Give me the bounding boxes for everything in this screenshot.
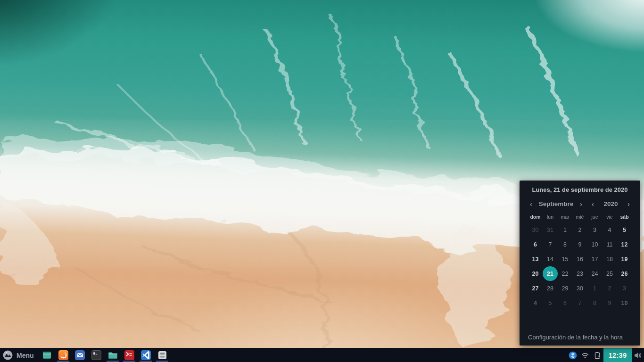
wifi-icon [581, 351, 589, 360]
calendar-day[interactable]: 2 [602, 281, 617, 296]
launcher-vscode[interactable] [138, 348, 154, 362]
month-nav: ‹ Septiembre › [529, 200, 583, 207]
month-label[interactable]: Septiembre [539, 200, 574, 207]
calendar-day[interactable]: 17 [587, 252, 603, 266]
weekday-label: jue [587, 214, 603, 220]
launcher-thunderbird[interactable] [72, 348, 88, 362]
calendar-day[interactable]: 30 [528, 222, 543, 237]
month-next-icon[interactable]: › [579, 200, 583, 207]
volume-icon [634, 351, 642, 360]
calendar-day[interactable]: 22 [558, 266, 573, 281]
network-button[interactable] [579, 348, 591, 362]
weekday-label: mié [572, 214, 587, 220]
calendar-day[interactable]: 3 [617, 281, 632, 296]
calendar-day[interactable]: 27 [528, 281, 543, 296]
launcher-strip [39, 348, 171, 362]
calendar-day[interactable]: 14 [543, 252, 558, 266]
calendar-day[interactable]: 8 [587, 296, 603, 310]
calendar-weekdays: domlunmarmiéjueviesáb [520, 214, 640, 220]
launcher-show-desktop[interactable] [39, 348, 55, 362]
mail-icon [75, 350, 85, 360]
calendar-day[interactable]: 7 [543, 237, 558, 252]
calendar-day[interactable]: 11 [602, 237, 617, 252]
calendar-day[interactable]: 9 [572, 237, 587, 252]
year-label[interactable]: 2020 [603, 200, 618, 207]
bluetooth-icon [569, 351, 577, 360]
calendar-grid: 3031123456789101112131415161718192021222… [520, 222, 640, 310]
folder-icon [108, 350, 118, 360]
month-prev-icon[interactable]: ‹ [529, 200, 533, 207]
year-next-icon[interactable]: › [627, 200, 631, 207]
clock-button[interactable]: 12:39 [603, 348, 632, 362]
system-tray: 12:39 [567, 348, 644, 362]
launcher-firefox[interactable] [55, 348, 72, 362]
distro-logo-icon [3, 350, 13, 360]
calendar-day[interactable]: 3 [587, 222, 603, 237]
calendar-day[interactable]: 6 [558, 296, 573, 310]
menu-label: Menu [17, 352, 34, 359]
menu-button[interactable]: Menu [0, 348, 39, 362]
calendar-day[interactable]: 25 [602, 266, 617, 281]
calendar-day[interactable]: 6 [528, 237, 543, 252]
launcher-stacked-bars-app[interactable] [154, 348, 171, 362]
launcher-terminal-red[interactable] [121, 348, 138, 362]
calendar-day-selected[interactable]: 21 [543, 266, 558, 281]
calendar-day[interactable]: 13 [528, 252, 543, 266]
calendar-popup: Lunes, 21 de septiembre de 2020 ‹ Septie… [520, 181, 640, 346]
calendar-day[interactable]: 2 [572, 222, 587, 237]
weekday-label: dom [528, 214, 543, 220]
weekday-label: vie [602, 214, 617, 220]
calendar-day[interactable]: 26 [617, 266, 632, 281]
calendar-day[interactable]: 31 [543, 222, 558, 237]
desktop: Lunes, 21 de septiembre de 2020 ‹ Septie… [0, 0, 644, 362]
calendar-day[interactable]: 18 [602, 252, 617, 266]
weekday-label: lun [543, 214, 558, 220]
calendar-day[interactable]: 12 [617, 237, 632, 252]
calendar-day[interactable]: 20 [528, 266, 543, 281]
calendar-day[interactable]: 4 [528, 296, 543, 310]
calendar-day[interactable]: 5 [543, 296, 558, 310]
year-nav: ‹ 2020 › [591, 200, 631, 207]
firefox-icon [58, 350, 68, 360]
calendar-day[interactable]: 8 [558, 237, 573, 252]
datetime-settings-link[interactable]: Configuración de la fecha y la hora [528, 334, 623, 341]
calendar-day[interactable]: 23 [572, 266, 587, 281]
calendar-day[interactable]: 15 [558, 252, 573, 266]
vscode-icon [141, 350, 151, 360]
calendar-day[interactable]: 5 [617, 222, 632, 237]
show-desktop-icon [42, 350, 52, 360]
taskbar: Menu [0, 348, 644, 362]
year-prev-icon[interactable]: ‹ [591, 200, 595, 207]
calendar-day[interactable]: 4 [602, 222, 617, 237]
calendar-day[interactable]: 10 [617, 296, 632, 310]
stacked-bars-app-icon [157, 350, 167, 360]
weekday-label: sáb [617, 214, 632, 220]
calendar-date-title: Lunes, 21 de septiembre de 2020 [520, 181, 640, 193]
volume-button[interactable] [632, 348, 644, 362]
calendar-day[interactable]: 28 [543, 281, 558, 296]
calendar-day[interactable]: 24 [587, 266, 603, 281]
terminal-icon [91, 350, 101, 360]
calendar-day[interactable]: 1 [558, 222, 573, 237]
battery-charging-icon [593, 351, 602, 360]
red-terminal-icon [124, 350, 134, 360]
weekday-label: mar [558, 214, 573, 220]
calendar-day[interactable]: 16 [572, 252, 587, 266]
power-button[interactable] [591, 348, 603, 362]
calendar-day[interactable]: 7 [572, 296, 587, 310]
calendar-day[interactable]: 19 [617, 252, 632, 266]
calendar-day[interactable]: 29 [558, 281, 573, 296]
bluetooth-button[interactable] [567, 348, 579, 362]
calendar-day[interactable]: 10 [587, 237, 603, 252]
calendar-day[interactable]: 9 [602, 296, 617, 310]
calendar-day[interactable]: 30 [572, 281, 587, 296]
calendar-day[interactable]: 1 [587, 281, 603, 296]
launcher-terminal[interactable] [88, 348, 105, 362]
launcher-files[interactable] [105, 348, 121, 362]
calendar-navigation: ‹ Septiembre › ‹ 2020 › [529, 200, 631, 207]
